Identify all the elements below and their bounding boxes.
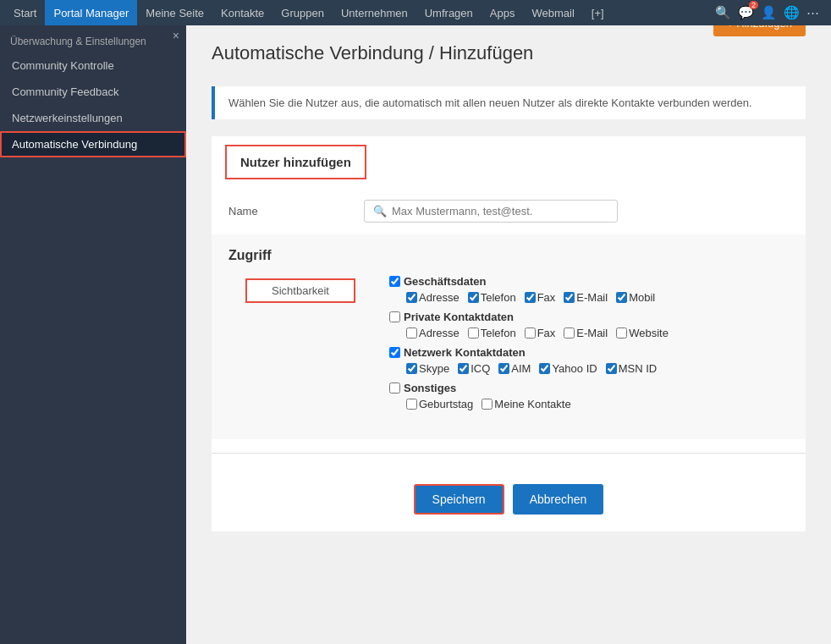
- cb-mobil-g: Mobil: [616, 291, 655, 304]
- sonstiges-checkbox[interactable]: [389, 383, 400, 394]
- nav-apps[interactable]: Apps: [482, 0, 524, 25]
- cb-meine-kontakte: Meine Kontakte: [482, 398, 570, 410]
- cb-skype: Skype: [406, 362, 449, 375]
- zugriff-title: Zugriff: [228, 248, 789, 263]
- user-icon[interactable]: 👤: [761, 5, 777, 20]
- cb-msn: MSN ID: [606, 362, 658, 375]
- sichtbarkeit-label: Sichtbarkeit: [272, 284, 329, 297]
- name-label: Name: [228, 205, 364, 217]
- cb-fax-p: Fax: [525, 327, 556, 339]
- nav-icon-area: 🔍 💬2 👤 🌐 ⋯: [715, 5, 826, 20]
- notifications-badge: 2: [749, 1, 758, 9]
- sidebar-item-automatische-verbindung[interactable]: Automatische Verbindung: [0, 131, 186, 157]
- cb-email-g: E-Mail: [564, 291, 608, 304]
- save-button[interactable]: Speichern: [414, 484, 504, 515]
- layout: × Überwachung & Einstellungen Community …: [0, 25, 831, 644]
- main-content: + Hinzufügen Automatische Verbindung / H…: [186, 25, 831, 644]
- cb-aim: AIM: [498, 362, 531, 375]
- sichtbarkeit-box: Sichtbarkeit: [245, 278, 355, 303]
- private-checkbox[interactable]: [389, 311, 400, 322]
- sidebar-section-title: Überwachung & Einstellungen: [0, 25, 186, 52]
- cb-telefon-g: Telefon: [468, 291, 516, 304]
- top-nav: Start Portal Manager Meine Seite Kontakt…: [0, 0, 831, 25]
- sidebar-item-community-kontrolle[interactable]: Community Kontrolle: [0, 52, 186, 79]
- sidebar: × Überwachung & Einstellungen Community …: [0, 25, 186, 644]
- page-title: Automatische Verbindung / Hinzufügen: [212, 42, 806, 64]
- sidebar-close-button[interactable]: ×: [173, 29, 179, 42]
- cb-website-p: Website: [616, 327, 669, 339]
- cancel-button[interactable]: Abbrechen: [513, 484, 604, 515]
- cb-fax-g: Fax: [525, 291, 556, 304]
- more-icon[interactable]: ⋯: [806, 5, 819, 20]
- section-header: Nutzer hinzufügen: [225, 145, 366, 179]
- checkbox-group-sonstiges: Sonstiges Geburtstag Meine Kontakte: [389, 382, 772, 410]
- name-input[interactable]: [392, 205, 603, 217]
- info-box: Wählen Sie die Nutzer aus, die automatis…: [212, 86, 806, 119]
- sonstiges-label: Sonstiges: [389, 382, 772, 394]
- checkbox-group-private: Private Kontaktdaten Adresse Telefon Fax…: [389, 311, 772, 339]
- zugriff-row: Sichtbarkeit Geschäftsdaten: [228, 275, 789, 417]
- nav-plus[interactable]: [+]: [583, 0, 613, 25]
- globe-icon[interactable]: 🌐: [784, 5, 800, 20]
- private-label: Private Kontaktdaten: [389, 311, 772, 323]
- checkbox-group-netzwerk: Netzwerk Kontaktdaten Skype ICQ AIM Yaho…: [389, 346, 772, 375]
- nav-webmail[interactable]: Webmail: [523, 0, 582, 25]
- nav-gruppen[interactable]: Gruppen: [272, 0, 333, 25]
- cb-geburtstag: Geburtstag: [406, 398, 473, 410]
- cb-adresse-g: Adresse: [406, 291, 460, 304]
- name-input-container: 🔍: [364, 200, 618, 223]
- geschaeftsdaten-sub: Adresse Telefon Fax E-Mail Mobil: [406, 291, 772, 304]
- add-button[interactable]: + Hinzufügen: [713, 25, 806, 36]
- sidebar-item-netzwerkeinstellungen[interactable]: Netzwerkeinstellungen: [0, 105, 186, 131]
- content-area: Nutzer hinzufügen Name 🔍 Zugriff: [212, 136, 806, 531]
- nav-umfragen[interactable]: Umfragen: [416, 0, 482, 25]
- cb-adresse-p: Adresse: [406, 327, 460, 339]
- nav-start[interactable]: Start: [5, 0, 45, 25]
- search-icon[interactable]: 🔍: [715, 5, 731, 20]
- notifications-icon[interactable]: 💬2: [738, 5, 754, 20]
- cb-telefon-p: Telefon: [468, 327, 516, 339]
- zugriff-section: Zugriff Sichtbarkeit: [212, 234, 806, 439]
- checkboxes-area: Geschäftsdaten Adresse Telefon Fax E-Mai…: [389, 275, 772, 417]
- geschaeftsdaten-label: Geschäftsdaten: [389, 275, 772, 288]
- divider: [212, 453, 806, 454]
- bottom-buttons: Speichern Abbrechen: [212, 467, 806, 531]
- nav-unternehmen[interactable]: Unternehmen: [333, 0, 416, 25]
- name-row: Name 🔍: [212, 188, 806, 234]
- name-search-icon: 🔍: [373, 205, 387, 217]
- private-sub: Adresse Telefon Fax E-Mail Website: [406, 327, 772, 339]
- cb-email-p: E-Mail: [564, 327, 608, 339]
- cb-icq: ICQ: [458, 362, 490, 375]
- cb-yahoo: Yahoo ID: [539, 362, 597, 375]
- sonstiges-sub: Geburtstag Meine Kontakte: [406, 398, 772, 410]
- sidebar-item-community-feedback[interactable]: Community Feedback: [0, 79, 186, 105]
- netzwerk-checkbox[interactable]: [389, 347, 400, 358]
- netzwerk-label: Netzwerk Kontaktdaten: [389, 346, 772, 359]
- header-area: + Hinzufügen Automatische Verbindung / H…: [186, 25, 831, 86]
- checkbox-group-geschaeftsdaten: Geschäftsdaten Adresse Telefon Fax E-Mai…: [389, 275, 772, 304]
- nav-kontakte[interactable]: Kontakte: [212, 0, 272, 25]
- netzwerk-sub: Skype ICQ AIM Yahoo ID MSN ID: [406, 362, 772, 375]
- nav-portal-manager[interactable]: Portal Manager: [45, 0, 137, 25]
- geschaeftsdaten-checkbox[interactable]: [389, 276, 400, 287]
- nav-meine-seite[interactable]: Meine Seite: [137, 0, 212, 25]
